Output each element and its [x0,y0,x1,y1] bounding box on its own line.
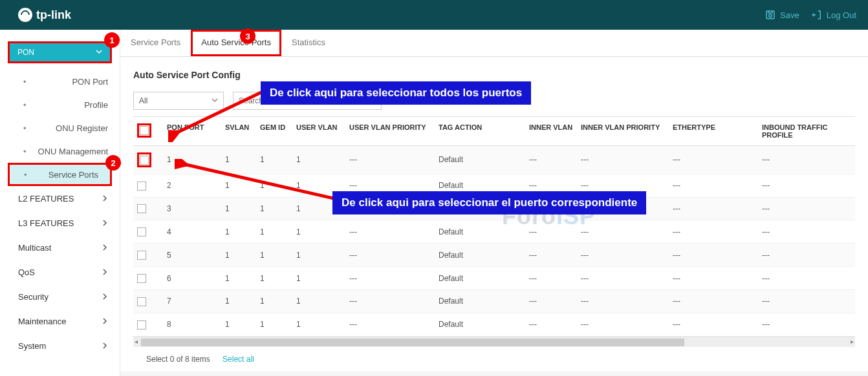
row-checkbox[interactable] [137,227,146,236]
cell-inbound-traffic-profile: --- [758,289,855,313]
sidebar-item-profile[interactable]: Profile [0,93,120,116]
sidebar-item-maintenance[interactable]: Maintenance [0,309,120,333]
table-row[interactable]: 8111---Default------------ [133,313,855,336]
cell-pon-port: 7 [163,289,221,313]
sidebar-item-l2-features[interactable]: L2 FEATURES [0,186,120,211]
cell-ethertype: --- [669,289,758,313]
col-tag-action: TAG ACTION [435,117,525,146]
sidebar-item-l3-features[interactable]: L3 FEATURES [0,211,120,235]
sidebar-item-multicast[interactable]: Multicast [0,235,120,260]
row-checkbox[interactable] [137,182,146,191]
cell-inbound-traffic-profile: --- [758,174,855,197]
select-all-link[interactable]: Select all [222,355,254,364]
cell-inner-vlan-priority: --- [577,220,669,244]
cell-pon-port: 3 [163,197,221,220]
cell-gem-id: 1 [256,267,292,290]
sidebar-item-label: System [18,341,46,351]
cell-inbound-traffic-profile: --- [758,313,855,336]
table-row[interactable]: 4111---Default------------ [133,220,855,244]
table-header-row: PON PORT SVLAN GEM ID USER VLAN USER VLA… [133,117,855,146]
select-all-checkbox[interactable] [140,126,149,135]
chevron-right-icon [102,243,108,253]
cell-tag-action: Default [435,220,525,244]
col-checkbox [133,117,163,146]
sidebar-section-dropdown[interactable]: PON [8,41,112,63]
cell-ethertype: --- [669,220,758,244]
sidebar-item-label: Multicast [18,243,51,253]
annotation-badge-2: 2 [105,155,121,171]
service-port-table: PON PORT SVLAN GEM ID USER VLAN USER VLA… [133,117,855,337]
sidebar-item-label: QoS [18,267,35,277]
cell-inner-vlan-priority: --- [577,313,669,336]
cell-user-vlan-priority: --- [345,220,435,244]
table-row[interactable]: 1111---Default------------ [133,146,855,174]
save-button[interactable]: Save [765,9,799,21]
cell-inbound-traffic-profile: --- [758,220,855,244]
tab-auto-service-ports[interactable]: Auto Service Ports [191,30,281,56]
cell-checkbox [133,267,163,290]
cell-ethertype: --- [669,267,758,290]
sidebar-item-onu-register[interactable]: ONU Register [0,116,120,140]
cell-ethertype: --- [669,174,758,197]
cell-pon-port: 1 [163,146,221,174]
cell-user-vlan-priority: --- [345,313,435,336]
cell-svlan: 1 [221,289,256,313]
sidebar-item-pon-port[interactable]: PON Port [0,70,120,93]
cell-checkbox [133,244,163,267]
cell-tag-action: Default [435,267,525,290]
chevron-down-icon [212,96,218,105]
chevron-right-icon [102,194,108,204]
sidebar-item-service-ports[interactable]: Service Ports [8,163,112,186]
cell-svlan: 1 [221,220,256,244]
tab-label: Statistics [292,37,325,47]
tab-service-ports[interactable]: Service Ports [120,30,191,56]
col-svlan: SVLAN [221,117,256,146]
sidebar-item-label: Profile [84,100,108,110]
cell-checkbox [133,289,163,313]
row-checkbox[interactable] [137,297,146,306]
horizontal-scrollbar[interactable] [133,337,855,347]
cell-inner-vlan: --- [525,267,577,290]
cell-svlan: 1 [221,146,256,174]
cell-gem-id: 1 [256,197,292,220]
logout-button[interactable]: Log Out [811,9,856,21]
sidebar-item-security[interactable]: Security [0,284,120,309]
tp-link-icon [18,8,32,22]
cell-gem-id: 1 [256,313,292,336]
cell-inner-vlan: --- [525,244,577,267]
row-checkbox[interactable] [137,204,146,213]
chevron-down-icon [96,48,102,57]
sidebar: PON PON Port Profile ONU Register ONU Ma… [0,30,120,376]
logout-icon [811,9,823,21]
row-checkbox[interactable] [137,251,146,260]
cell-inner-vlan-priority: --- [577,267,669,290]
row-checkbox[interactable] [137,320,146,329]
annotation-callout-1: De click aqui para seleccionar todos los… [261,81,531,105]
cell-pon-port: 5 [163,244,221,267]
cell-checkbox [133,174,163,197]
sidebar-item-qos[interactable]: QoS [0,260,120,284]
col-inner-vlan: INNER VLAN [525,117,577,146]
cell-ethertype: --- [669,197,758,220]
sidebar-item-label: ONU Register [56,123,108,133]
scrollbar-thumb[interactable] [141,339,684,346]
col-gem-id: GEM ID [256,117,292,146]
table-row[interactable]: 6111---Default------------ [133,267,855,290]
cell-inner-vlan: --- [525,289,577,313]
cell-svlan: 1 [221,313,256,336]
sidebar-item-onu-management[interactable]: ONU Management [0,140,120,163]
table-row[interactable]: 7111---Default------------ [133,289,855,313]
cell-tag-action: Default [435,146,525,174]
table-footer: Select 0 of 8 items Select all [133,347,855,371]
sidebar-item-system[interactable]: System [0,333,120,358]
cell-svlan: 1 [221,174,256,197]
filter-dropdown[interactable]: All [133,92,224,110]
cell-ethertype: --- [669,146,758,174]
table-row[interactable]: 5111---Default------------ [133,244,855,267]
tab-statistics[interactable]: Statistics [281,30,336,56]
cell-checkbox [133,313,163,336]
row-checkbox[interactable] [140,156,149,165]
tab-bar: Service Ports Auto Service Ports Statist… [120,30,868,57]
row-checkbox[interactable] [137,274,146,283]
filter-dropdown-value: All [139,96,147,105]
